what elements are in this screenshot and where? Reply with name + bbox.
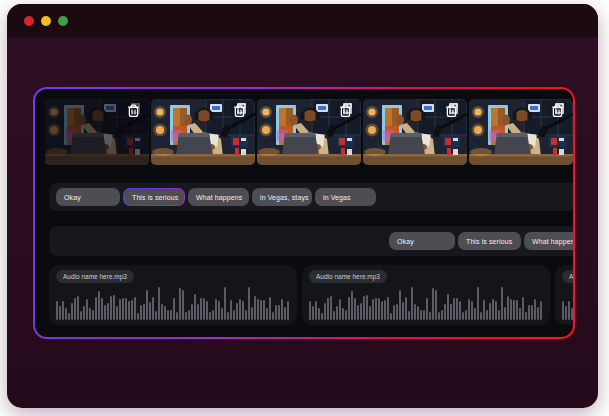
audio-track: Audio name here.mp3Audio name here.mp3Au…: [49, 265, 575, 325]
app-window: OkayThis is seriousWhat happensin Vegas,…: [7, 4, 598, 408]
timeline-panel: OkayThis is seriousWhat happensin Vegas,…: [33, 87, 575, 339]
video-clip[interactable]: [257, 99, 361, 165]
minimize-button[interactable]: [41, 16, 51, 26]
video-track: [45, 99, 573, 165]
caption-chip[interactable]: Okay: [389, 232, 455, 250]
delete-clip-button[interactable]: [232, 103, 247, 119]
video-clip[interactable]: [45, 99, 149, 165]
close-button[interactable]: [24, 16, 34, 26]
trash-icon: [550, 103, 565, 119]
delete-clip-button[interactable]: [550, 103, 565, 119]
video-clip[interactable]: [363, 99, 467, 165]
audio-waveform: [562, 284, 575, 320]
audio-clip[interactable]: Audio name here.mp3: [49, 265, 297, 325]
caption-chip[interactable]: This is serious: [123, 188, 185, 206]
audio-clip[interactable]: Audio name here.mp3: [555, 265, 575, 325]
audio-clip[interactable]: Audio name here.mp3: [302, 265, 550, 325]
titlebar: [7, 4, 598, 37]
trash-icon: [126, 103, 141, 119]
audio-waveform: [56, 284, 290, 320]
video-clip[interactable]: [151, 99, 255, 165]
caption-chip[interactable]: What happens: [188, 188, 249, 206]
caption-chip[interactable]: This is serious: [458, 232, 521, 250]
delete-clip-button[interactable]: [126, 103, 141, 119]
audio-clip-label: Audio name here.mp3: [309, 270, 387, 283]
caption-chip[interactable]: Okay: [56, 188, 120, 206]
trash-icon: [444, 103, 459, 119]
caption-track-2: OkayThis is seriousWhat happens: [49, 226, 573, 256]
audio-waveform: [309, 284, 543, 320]
caption-chip[interactable]: in Vegas, stays: [252, 188, 312, 206]
video-clip[interactable]: [469, 99, 573, 165]
delete-clip-button[interactable]: [338, 103, 353, 119]
delete-clip-button[interactable]: [444, 103, 459, 119]
maximize-button[interactable]: [58, 16, 68, 26]
audio-clip-label: Audio name here.mp3: [562, 270, 575, 283]
trash-icon: [338, 103, 353, 119]
trash-icon: [232, 103, 247, 119]
caption-chip[interactable]: in Vegas: [315, 188, 376, 206]
audio-clip-label: Audio name here.mp3: [56, 270, 134, 283]
caption-chip[interactable]: What happens: [524, 232, 573, 250]
caption-track-1: OkayThis is seriousWhat happensin Vegas,…: [49, 183, 573, 211]
